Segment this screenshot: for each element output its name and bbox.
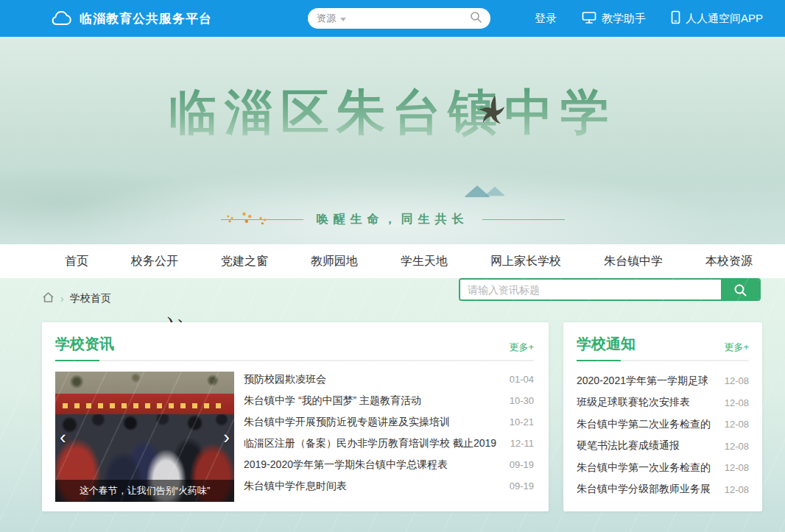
news-list-item[interactable]: 朱台镇中学开展预防近视专题讲座及实操培训10-21 <box>244 411 534 433</box>
news-list: 预防校园欺凌班会01-04 朱台镇中学 “我的中国梦” 主题教育活动10-30 … <box>244 369 534 502</box>
notice-list-item[interactable]: 朱台镇中学第二次业务检查的12-08 <box>577 414 749 436</box>
renrentong-app-link[interactable]: 人人通空间APP <box>671 10 763 26</box>
notice-list-item[interactable]: 班级足球联赛轮次安排表12-08 <box>577 392 749 414</box>
news-list-item[interactable]: 朱台镇中学作息时间表09-19 <box>244 475 534 497</box>
carousel-next-icon[interactable]: › <box>223 428 230 447</box>
main-nav: 首页 校务公开 党建之窗 教师园地 学生天地 网上家长学校 朱台镇中学 本校资源… <box>0 244 785 278</box>
swallow-icon <box>470 94 510 130</box>
chevron-down-icon[interactable] <box>340 18 346 21</box>
school-news-panel: 学校资讯 更多+ ‹ › 这个春节，让我们告别“火药味” 预防校园欺凌班会01-… <box>42 322 549 511</box>
nav-item-party-building[interactable]: 党建之窗 <box>221 254 268 269</box>
breadcrumb-separator: › <box>60 293 64 305</box>
notices-more-link[interactable]: 更多+ <box>724 341 749 360</box>
news-more-link[interactable]: 更多+ <box>509 341 534 360</box>
content-area: › 学校首页 ヽヽ 学校资讯 更多+ ‹ › 这个春节，让我们告别“火药味” <box>0 278 785 532</box>
info-search-button[interactable] <box>721 280 759 299</box>
mountain-illustration <box>464 182 515 197</box>
nav-item-parents-school[interactable]: 网上家长学校 <box>490 254 561 269</box>
nav-item-students[interactable]: 学生天地 <box>401 254 448 269</box>
login-button[interactable]: 登录 <box>535 12 557 26</box>
carousel-caption[interactable]: 这个春节，让我们告别“火药味” <box>55 480 234 502</box>
news-carousel[interactable]: ‹ › 这个春节，让我们告别“火药味” <box>55 372 234 502</box>
header-search-box[interactable]: 资源 <box>308 8 490 29</box>
nav-item-school-affairs[interactable]: 校务公开 <box>131 254 178 269</box>
search-icon[interactable] <box>470 11 482 26</box>
school-notices-panel: 学校通知 更多+ 2020-2021学年第一学期足球12-08 班级足球联赛轮次… <box>563 322 762 511</box>
news-list-item[interactable]: 朱台镇中学 “我的中国梦” 主题教育活动10-30 <box>244 390 534 411</box>
news-list-item[interactable]: 2019-2020学年第一学期朱台镇中学总课程表09-19 <box>244 454 534 475</box>
school-slogan: 唤醒生命，同生共长 <box>0 212 785 227</box>
nav-item-teachers[interactable]: 教师园地 <box>311 254 358 269</box>
brand[interactable]: 临淄教育公共服务平台 <box>50 10 212 27</box>
info-search-input[interactable] <box>460 280 721 299</box>
news-list-item[interactable]: 预防校园欺凌班会01-04 <box>244 369 534 390</box>
news-list-item[interactable]: 临淄区注册（备案）民办非学历教育培训学校 截止201912-11 <box>244 433 534 454</box>
hero-banner: 临淄区朱台镇中学 唤醒生命，同生共长 <box>0 37 785 244</box>
teaching-assistant-link[interactable]: 教学助手 <box>582 11 646 26</box>
smartphone-icon <box>671 10 680 26</box>
header-links: 登录 教学助手 人人通空间APP <box>535 10 763 26</box>
top-bar: 临淄教育公共服务平台 资源 登录 教学助手 <box>0 0 785 37</box>
carousel-prev-icon[interactable]: ‹ <box>60 428 66 447</box>
nav-item-school-resources[interactable]: 本校资源 <box>705 254 753 269</box>
nav-item-home[interactable]: 首页 <box>65 254 88 269</box>
brand-title: 临淄教育公共服务平台 <box>80 10 212 27</box>
cloud-icon <box>50 10 72 26</box>
notice-list-item[interactable]: 朱台镇中学第一次业务检查的12-08 <box>577 457 749 479</box>
notice-list-item[interactable]: 朱台镇中学分级部教师业务展12-08 <box>577 479 749 501</box>
home-icon[interactable] <box>42 291 54 305</box>
notices-panel-title: 学校通知 <box>577 334 636 360</box>
info-search-bar <box>459 278 761 301</box>
trees-illustration <box>225 175 277 213</box>
monitor-icon <box>582 11 596 26</box>
school-name-title: 临淄区朱台镇中学 <box>0 79 785 146</box>
nav-item-zhutai-school[interactable]: 朱台镇中学 <box>604 254 663 269</box>
breadcrumb: › 学校首页 <box>42 291 111 305</box>
carousel-photo <box>55 372 234 397</box>
notice-list-item[interactable]: 2020-2021学年第一学期足球12-08 <box>577 370 749 392</box>
notice-list-item[interactable]: 硬笔书法比赛成绩通报12-08 <box>577 436 749 458</box>
breadcrumb-current[interactable]: 学校首页 <box>70 292 111 305</box>
notices-list: 2020-2021学年第一学期足球12-08 班级足球联赛轮次安排表12-08 … <box>577 370 749 500</box>
search-scope-select[interactable]: 资源 <box>317 12 336 25</box>
news-panel-title: 学校资讯 <box>55 334 114 360</box>
